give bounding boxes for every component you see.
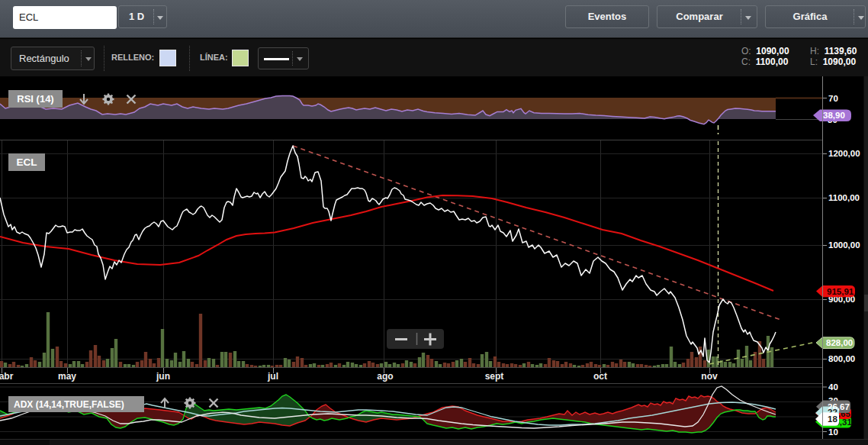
svg-text:jun: jun [156, 371, 170, 382]
svg-text:10: 10 [828, 427, 838, 437]
svg-text:70: 70 [828, 94, 838, 103]
svg-text:40: 40 [828, 382, 838, 392]
svg-text:1200,00: 1200,00 [828, 149, 860, 158]
svg-text:828,00: 828,00 [826, 338, 853, 347]
svg-text:915,91: 915,91 [827, 287, 854, 296]
svg-text:800,00: 800,00 [828, 354, 855, 363]
svg-text:nov: nov [701, 371, 718, 382]
svg-text:1000,00: 1000,00 [828, 240, 860, 250]
svg-text:oct: oct [593, 371, 607, 382]
svg-text:RSI (14): RSI (14) [17, 93, 53, 105]
svg-text:sept: sept [485, 371, 504, 382]
svg-text:18: 18 [828, 414, 837, 424]
svg-text:38,90: 38,90 [823, 111, 845, 120]
svg-text:ago: ago [377, 371, 393, 382]
svg-text:abr: abr [0, 371, 14, 382]
svg-text:may: may [58, 371, 76, 382]
svg-text:jul: jul [267, 371, 278, 382]
svg-text:ADX (14,14,TRUE,FALSE): ADX (14,14,TRUE,FALSE) [14, 399, 124, 410]
svg-text:1100,00: 1100,00 [828, 193, 860, 202]
svg-text:ECL: ECL [17, 156, 37, 168]
